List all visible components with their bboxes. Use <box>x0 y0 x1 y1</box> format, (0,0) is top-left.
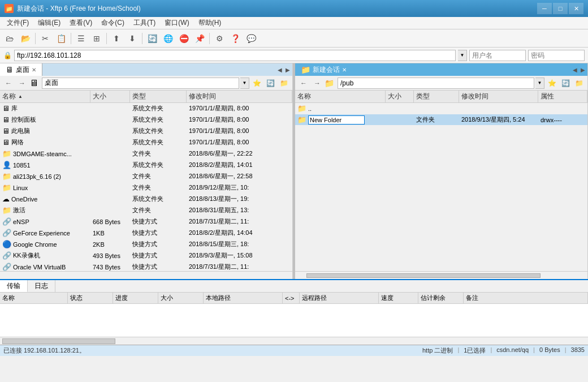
left-file-row[interactable]: 🔵 Google Chrome 2KB 快捷方式 2018/8/15/星期三, … <box>0 239 292 250</box>
transfer-col-name[interactable]: 名称 <box>0 293 68 303</box>
left-file-row[interactable]: 🔗 KK录像机 493 Bytes 快捷方式 2018/9/3/星期一, 15:… <box>0 250 292 261</box>
settings-button[interactable]: ⚙ <box>212 31 227 46</box>
right-file-row[interactable]: 📁 .. <box>295 103 587 114</box>
address-dropdown-button[interactable]: ▼ <box>458 50 467 61</box>
help-button[interactable]: ❓ <box>228 31 243 46</box>
address-input[interactable] <box>14 50 456 61</box>
transfer-col-status[interactable]: 状态 <box>68 293 113 303</box>
left-tab-close[interactable]: ✕ <box>32 67 36 73</box>
transfer-col-remaining[interactable]: 估计剩余 <box>418 293 464 303</box>
right-new-folder-btn[interactable]: 📁 <box>573 78 585 89</box>
minimize-button[interactable]: ─ <box>537 3 552 14</box>
transfer-col-remote-path[interactable]: 远程路径 <box>300 293 379 303</box>
transfer-col-size[interactable]: 大小 <box>158 293 204 303</box>
left-file-row[interactable]: ☁ OneDrive 系统文件夹 2018/8/13/星期一, 19: <box>0 194 292 205</box>
transfer-tab-transfer[interactable]: 传输 <box>0 280 28 292</box>
bottom-scrollbar[interactable] <box>0 337 588 345</box>
left-file-row[interactable]: 👤 10851 系统文件夹 2018/8/2/星期四, 14:01 <box>0 160 292 171</box>
chat-button[interactable]: 💬 <box>244 31 258 46</box>
right-back-button[interactable]: ← <box>297 78 310 89</box>
right-hscrollbar[interactable] <box>295 271 587 279</box>
menu-item-工具(T)[interactable]: 工具(T) <box>129 17 160 29</box>
left-path-dropdown[interactable]: ▼ <box>240 78 249 89</box>
right-refresh-btn[interactable]: 🔄 <box>559 78 572 89</box>
right-bookmark-btn[interactable]: ⭐ <box>546 78 558 89</box>
file-type-cell: 系统文件夹 <box>130 195 187 203</box>
file-attrs-cell: drwx---- <box>538 117 587 123</box>
left-file-list[interactable]: 🖥 库 系统文件夹 1970/1/1/星期四, 8:00 🖥 控制面板 系统文件… <box>0 103 292 271</box>
copy-button[interactable]: 📋 <box>54 31 68 46</box>
left-file-row[interactable]: 🔗 Oracle VM VirtualB 743 Bytes 快捷方式 2018… <box>0 261 292 271</box>
open-button[interactable]: 📂 <box>18 31 33 46</box>
password-input[interactable] <box>528 50 585 61</box>
stop-button[interactable]: ⛔ <box>176 31 191 46</box>
menu-item-文件(F)[interactable]: 文件(F) <box>2 17 33 29</box>
menu-item-窗口(W)[interactable]: 窗口(W) <box>160 17 193 29</box>
left-file-row[interactable]: 🖥 网络 系统文件夹 1970/1/1/星期四, 8:00 <box>0 137 292 148</box>
view2-button[interactable]: ⊞ <box>89 31 104 46</box>
left-file-row[interactable]: 🖥 控制面板 系统文件夹 1970/1/1/星期四, 8:00 <box>0 114 292 126</box>
maximize-button[interactable]: □ <box>553 3 568 14</box>
left-tab-desktop[interactable]: 🖥 桌面 ✕ <box>0 63 42 76</box>
left-hscrollbar[interactable] <box>0 271 292 279</box>
left-file-row[interactable]: 🖥 库 系统文件夹 1970/1/1/星期四, 8:00 <box>0 103 292 114</box>
new-session-button[interactable]: 🗁 <box>2 31 17 46</box>
right-file-list[interactable]: 📁 .. 📁 文件夹 2018/9/13/星期四, 5:24 drwx---- <box>295 103 587 271</box>
left-col-type[interactable]: 类型 <box>130 91 187 102</box>
right-col-attrs[interactable]: 属性 <box>538 91 587 102</box>
right-col-modified[interactable]: 修改时间 <box>459 91 538 102</box>
menu-item-命令(C)[interactable]: 命令(C) <box>97 17 129 29</box>
left-file-row[interactable]: 📁 Linux 文件夹 2018/9/12/星期三, 10: <box>0 182 292 194</box>
right-col-type[interactable]: 类型 <box>414 91 459 102</box>
right-forward-button[interactable]: → <box>311 78 323 89</box>
left-file-row[interactable]: 🖥 此电脑 系统文件夹 1970/1/1/星期四, 8:00 <box>0 126 292 137</box>
right-col-name[interactable]: 名称 <box>295 91 386 102</box>
left-col-name[interactable]: 名称 ▲ <box>0 91 90 102</box>
filename-edit-input[interactable] <box>308 115 365 125</box>
file-name: 激活 <box>13 206 25 214</box>
globe-button[interactable]: 🌐 <box>161 31 175 46</box>
view-button[interactable]: ☰ <box>74 31 88 46</box>
right-nav-next[interactable]: ▶ <box>580 66 586 74</box>
username-input[interactable] <box>469 50 526 61</box>
left-col-size[interactable]: 大小 <box>90 91 130 102</box>
transfer-tab-log[interactable]: 日志 <box>28 280 55 292</box>
menu-item-帮助(H)[interactable]: 帮助(H) <box>194 17 226 29</box>
bookmark-button[interactable]: 📌 <box>192 31 207 46</box>
cut-button[interactable]: ✂ <box>38 31 53 46</box>
transfer-col-note[interactable]: 备注 <box>464 293 588 303</box>
right-col-size[interactable]: 大小 <box>386 91 414 102</box>
left-back-button[interactable]: ← <box>2 78 15 89</box>
left-bookmark-btn[interactable]: ⭐ <box>250 78 263 89</box>
menu-item-编辑(E)[interactable]: 编辑(E) <box>33 17 65 29</box>
left-new-folder-btn[interactable]: 📁 <box>278 78 290 89</box>
left-nav-next[interactable]: ▶ <box>284 66 291 74</box>
sync-button[interactable]: 🔄 <box>145 31 159 46</box>
left-path-input[interactable] <box>42 78 239 89</box>
right-path-dropdown[interactable]: ▼ <box>535 78 544 89</box>
right-tab-session[interactable]: 📁 新建会话 ✕ <box>295 63 352 76</box>
transfer-col-local-path[interactable]: 本地路径 <box>204 293 283 303</box>
transfer-col-speed[interactable]: 速度 <box>379 293 418 303</box>
transfer-col-arrow[interactable]: <-> <box>283 293 300 303</box>
left-file-row[interactable]: 🔗 eNSP 668 Bytes 快捷方式 2018/7/31/星期二, 11: <box>0 216 292 228</box>
right-nav-prev[interactable]: ◀ <box>572 66 578 74</box>
file-name-cell: 📁 Linux <box>0 183 90 192</box>
left-file-row[interactable]: 📁 3DMGAME-steamc... 文件夹 2018/8/6/星期一, 22… <box>0 148 292 160</box>
transfer-col-progress[interactable]: 进度 <box>113 293 158 303</box>
download-button[interactable]: ⬇ <box>125 31 140 46</box>
right-tab-close[interactable]: ✕ <box>342 67 347 73</box>
right-path-input[interactable] <box>338 78 534 89</box>
left-file-row[interactable]: 🔗 GeForce Experience 1KB 快捷方式 2018/8/2/星… <box>0 228 292 239</box>
upload-button[interactable]: ⬆ <box>109 31 124 46</box>
right-file-row[interactable]: 📁 文件夹 2018/9/13/星期四, 5:24 drwx---- <box>295 114 587 126</box>
left-refresh-btn[interactable]: 🔄 <box>264 78 276 89</box>
left-file-row[interactable]: 📁 激活 文件夹 2018/8/31/星期五, 13: <box>0 205 292 216</box>
left-nav-prev[interactable]: ◀ <box>276 66 283 74</box>
file-size-cell: 668 Bytes <box>90 218 130 225</box>
close-button[interactable]: ✕ <box>569 3 583 14</box>
menu-item-查看(V)[interactable]: 查看(V) <box>65 17 97 29</box>
left-file-row[interactable]: 📁 ali213pk_6.16 (2) 文件夹 2018/8/6/星期一, 22… <box>0 171 292 182</box>
left-forward-button[interactable]: → <box>16 78 28 89</box>
left-col-modified[interactable]: 修改时间 <box>187 91 292 102</box>
